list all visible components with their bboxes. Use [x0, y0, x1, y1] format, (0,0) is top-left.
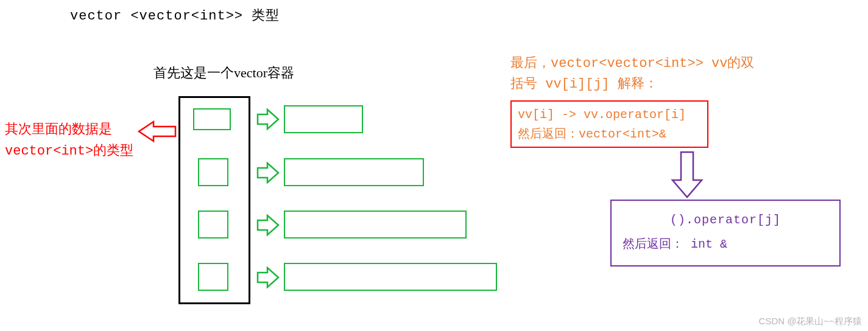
outer-container-caption: 首先这是一个vector容器: [153, 64, 294, 82]
page-title: vector <vector<int>> 类型: [70, 6, 280, 24]
arrow-row-3: [256, 214, 281, 236]
diagram-canvas: vector <vector<int>> 类型 首先这是一个vector容器 其…: [0, 0, 868, 331]
operator-i-line2: 然后返回：vector<int>&: [518, 127, 666, 141]
bar-row-1: [284, 105, 363, 133]
arrow-down-purple: [669, 151, 705, 200]
cell-row-3: [198, 211, 228, 239]
inner-type-caption-line2: vector<int>的类型: [5, 144, 133, 159]
cell-row-4: [198, 263, 228, 291]
arrow-row-2: [256, 162, 281, 184]
bar-row-4: [284, 263, 497, 291]
operator-j-line1: ().operator[j]: [623, 208, 828, 232]
inner-type-caption: 其次里面的数据是 vector<int>的类型: [5, 119, 133, 161]
operator-j-line2: 然后返回： int &: [623, 232, 828, 257]
bar-row-2: [284, 158, 424, 186]
operator-explanation-caption: 最后，vector<vector<int>> vv的双 括号 vv[i][j] …: [510, 54, 754, 95]
cell-row-2: [198, 158, 228, 186]
watermark: CSDN @花果山~~程序猿: [759, 316, 862, 327]
arrow-row-4: [256, 267, 281, 288]
inner-type-caption-line1: 其次里面的数据是: [5, 122, 112, 138]
operator-i-box: vv[i] -> vv.operator[i] 然后返回：vector<int>…: [510, 100, 708, 148]
operator-j-box: ().operator[j] 然后返回： int &: [610, 200, 841, 267]
operator-explanation-line2: 括号 vv[i][j] 解释：: [510, 77, 658, 92]
operator-explanation-line1: 最后，vector<vector<int>> vv的双: [510, 56, 754, 71]
cell-row-1: [193, 108, 231, 130]
operator-i-line1: vv[i] -> vv.operator[i]: [518, 108, 686, 122]
arrow-row-1: [256, 108, 281, 130]
arrow-left-red: [135, 120, 179, 142]
bar-row-3: [284, 211, 467, 239]
